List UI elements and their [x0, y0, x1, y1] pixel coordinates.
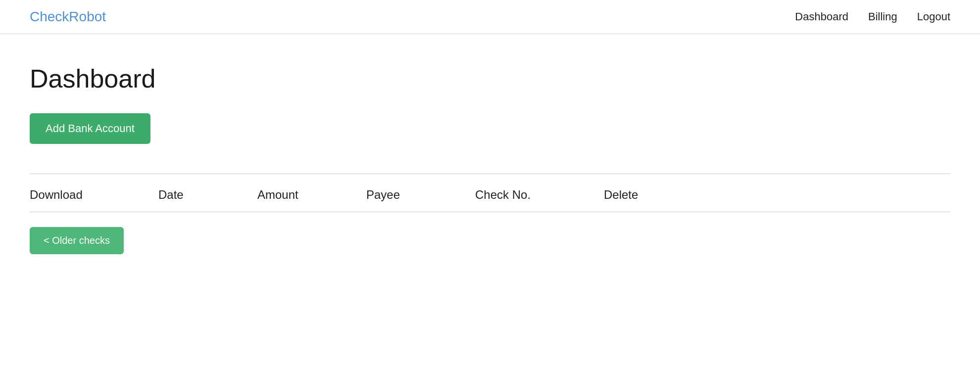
- col-amount: Amount: [257, 188, 366, 202]
- col-delete: Delete: [604, 188, 713, 202]
- col-date: Date: [158, 188, 257, 202]
- col-check-no: Check No.: [475, 188, 604, 202]
- nav-logout-link[interactable]: Logout: [917, 10, 950, 23]
- table-footer: < Older checks: [30, 212, 950, 269]
- brand-logo[interactable]: CheckRobot: [30, 9, 106, 25]
- nav-billing-link[interactable]: Billing: [868, 10, 897, 23]
- navbar: CheckRobot Dashboard Billing Logout: [0, 0, 980, 34]
- table-header: Download Date Amount Payee Check No. Del…: [30, 174, 950, 212]
- nav-links: Dashboard Billing Logout: [795, 10, 950, 23]
- checks-table-section: Download Date Amount Payee Check No. Del…: [30, 174, 950, 269]
- add-bank-account-button[interactable]: Add Bank Account: [30, 113, 150, 144]
- page-title: Dashboard: [30, 64, 950, 93]
- main-content: Dashboard Add Bank Account Download Date…: [0, 34, 980, 269]
- col-payee: Payee: [366, 188, 475, 202]
- col-download: Download: [30, 188, 158, 202]
- nav-dashboard-link[interactable]: Dashboard: [795, 10, 848, 23]
- older-checks-button[interactable]: < Older checks: [30, 227, 124, 254]
